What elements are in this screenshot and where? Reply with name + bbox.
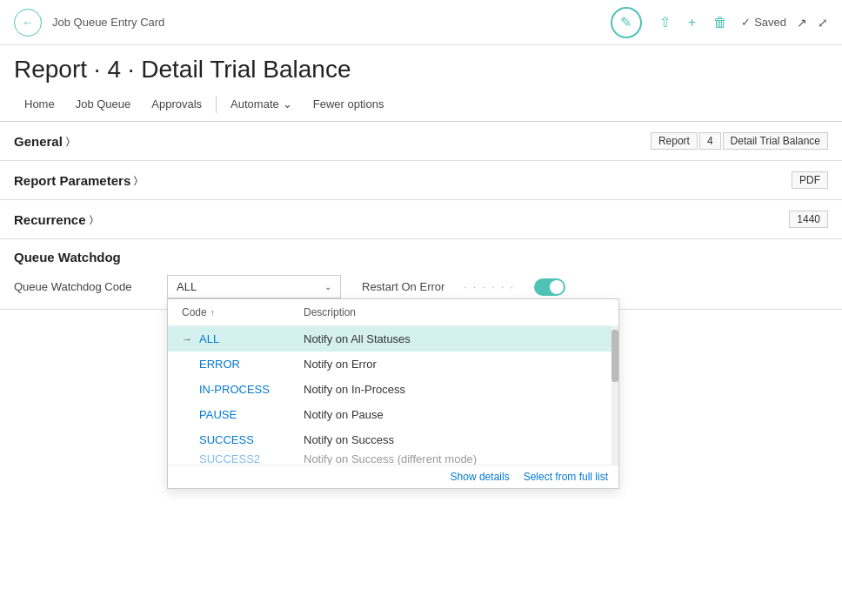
select-full-list-link[interactable]: Select from full list [524, 471, 608, 483]
dropdown-row-1[interactable]: ERROR Notify on Error [168, 352, 618, 377]
row-4-desc: Notify on Success [304, 433, 605, 446]
scrollbar-track[interactable] [611, 326, 618, 465]
general-tag-0: Report [651, 132, 698, 150]
queue-watchdog-row: Queue Watchdog Code ALL ⌄ Code ↑ Descrip… [14, 275, 828, 298]
recurrence-tags: 1440 [789, 211, 828, 228]
dropdown-panel: Code ↑ Description → ALL Notify on All S… [167, 298, 619, 489]
dropdown-row-5[interactable]: SUCCESS2 Notify on Success (different mo… [168, 452, 618, 465]
add-icon[interactable]: + [688, 15, 696, 30]
recurrence-title[interactable]: Recurrence 〉 [14, 212, 93, 227]
edit-button[interactable]: ✎ [611, 7, 642, 38]
page-title: Report · 4 · Detail Trial Balance [0, 45, 842, 87]
back-button[interactable]: ← [14, 9, 42, 37]
report-parameters-section: Report Parameters 〉 PDF [0, 161, 842, 200]
sort-icon[interactable]: ↑ [210, 308, 215, 318]
dropdown-col-desc: Description [304, 306, 605, 318]
general-section: General 〉 Report 4 Detail Trial Balance [0, 122, 842, 161]
tab-job-queue[interactable]: Job Queue [65, 90, 142, 117]
recurrence-section: Recurrence 〉 1440 [0, 200, 842, 239]
nav-tabs: Home Job Queue Approvals Automate ⌄ Fewe… [0, 87, 842, 122]
row-2-desc: Notify on In-Process [304, 383, 605, 396]
top-bar: ← Job Queue Entry Card ✎ ⇧ + 🗑 ✓ Saved ↗… [0, 0, 842, 45]
restart-on-error-toggle[interactable] [534, 278, 565, 296]
report-params-value: PDF [792, 171, 828, 189]
report-params-header: Report Parameters 〉 PDF [14, 171, 828, 189]
external-link-icon[interactable]: ↗ [797, 16, 807, 30]
tab-home[interactable]: Home [14, 90, 65, 117]
row-5-desc: Notify on Success (different mode) [304, 452, 605, 465]
queue-code-dropdown[interactable]: ALL ⌄ [167, 275, 341, 298]
restart-on-error-label: Restart On Error [362, 280, 444, 293]
dropdown-footer: Show details Select from full list [168, 465, 618, 488]
tab-approvals[interactable]: Approvals [141, 90, 212, 117]
queue-watchdog-title: Queue Watchdog [14, 250, 828, 264]
row-selected-arrow-icon: → [182, 333, 199, 345]
general-tags: Report 4 Detail Trial Balance [651, 132, 828, 150]
general-tag-2: Detail Trial Balance [723, 132, 828, 150]
queue-watchdog-section: Queue Watchdog Queue Watchdog Code ALL ⌄… [0, 239, 842, 310]
dropdown-arrow-icon: ⌄ [324, 282, 331, 291]
row-3-desc: Notify on Pause [304, 408, 605, 421]
dropdown-row-3[interactable]: PAUSE Notify on Pause [168, 402, 618, 427]
general-section-title[interactable]: General 〉 [14, 134, 70, 149]
toggle-dots-decorator: · · · · · · [464, 281, 515, 293]
recurrence-header: Recurrence 〉 1440 [14, 211, 828, 228]
dropdown-row-4[interactable]: SUCCESS Notify on Success [168, 427, 618, 452]
row-3-code: PAUSE [199, 408, 304, 421]
row-1-code: ERROR [199, 358, 304, 371]
row-1-desc: Notify on Error [304, 358, 605, 371]
delete-icon[interactable]: 🗑 [713, 15, 727, 30]
saved-status: ✓ Saved [741, 16, 786, 29]
nav-separator [216, 96, 217, 113]
row-2-code: IN-PROCESS [199, 383, 304, 396]
dropdown-col-code: Code ↑ [182, 306, 304, 318]
queue-code-dropdown-wrapper: ALL ⌄ Code ↑ Description → ALL [167, 275, 341, 298]
topbar-title: Job Queue Entry Card [52, 16, 611, 29]
expand-icon[interactable]: ⤢ [818, 16, 828, 30]
saved-label-text: Saved [754, 16, 786, 29]
dropdown-row-0[interactable]: → ALL Notify on All Statuses [168, 326, 618, 352]
show-details-link[interactable]: Show details [451, 471, 510, 483]
row-0-code: ALL [199, 332, 304, 345]
dropdown-header: Code ↑ Description [168, 299, 618, 326]
fewer-options-link[interactable]: Fewer options [303, 90, 395, 117]
dropdown-selected-value: ALL [177, 280, 197, 293]
scrollbar-thumb[interactable] [611, 330, 618, 382]
row-5-code: SUCCESS2 [199, 452, 304, 465]
window-controls: ↗ ⤢ [797, 16, 828, 30]
check-icon: ✓ [741, 16, 751, 29]
chevron-down-icon: ⌄ [283, 97, 292, 110]
row-0-desc: Notify on All Statuses [304, 332, 605, 345]
share-icon[interactable]: ⇧ [659, 14, 671, 30]
general-tag-1: 4 [699, 132, 721, 150]
topbar-icons: ✎ ⇧ + 🗑 [611, 7, 727, 38]
report-params-title[interactable]: Report Parameters 〉 [14, 173, 137, 188]
report-params-chevron-icon: 〉 [134, 175, 137, 186]
tab-automate[interactable]: Automate ⌄ [220, 90, 303, 117]
general-chevron-icon: 〉 [66, 136, 70, 147]
general-section-header: General 〉 Report 4 Detail Trial Balance [14, 132, 828, 150]
toggle-knob [550, 280, 564, 294]
row-4-code: SUCCESS [199, 433, 304, 446]
dropdown-row-2[interactable]: IN-PROCESS Notify on In-Process [168, 377, 618, 402]
dropdown-rows: → ALL Notify on All Statuses ERROR Notif… [168, 326, 618, 465]
recurrence-chevron-icon: 〉 [90, 214, 93, 225]
report-params-tags: PDF [792, 171, 828, 189]
recurrence-value: 1440 [789, 211, 828, 228]
queue-code-label: Queue Watchdog Code [14, 280, 153, 293]
